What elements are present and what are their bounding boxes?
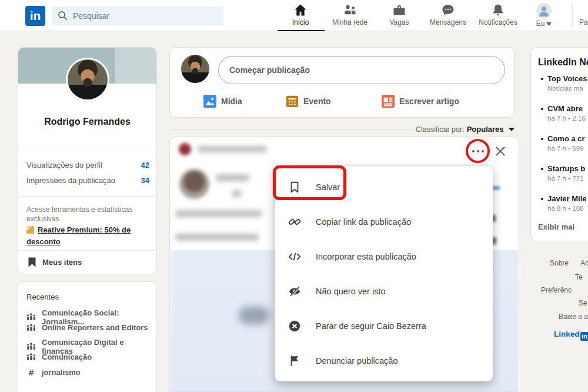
news-item[interactable]: CVM abre há 7 h • 2.16 <box>538 104 586 122</box>
group-icon <box>26 324 36 332</box>
for-business-label[interactable]: Pa <box>579 18 588 26</box>
group-icon <box>26 353 36 361</box>
jobs-icon <box>392 3 406 17</box>
premium-link[interactable]: Reative Premium: 50% de desconto <box>26 224 141 248</box>
premium-icon <box>26 226 34 234</box>
news-title: LinkedIn No <box>538 57 588 68</box>
me-avatar-icon <box>536 3 552 18</box>
search-icon <box>58 11 68 21</box>
bullet-icon <box>541 108 543 110</box>
footer-link[interactable]: Se <box>579 299 587 307</box>
news-card: LinkedIn No Top Voices Notícias ma CVM a… <box>530 47 588 241</box>
active-tab-underline <box>278 30 325 31</box>
nav-me[interactable]: Eu <box>523 3 565 28</box>
recent-item[interactable]: Online Reporters and Editors <box>26 323 148 332</box>
footer-link[interactable]: Preferênc <box>541 286 572 294</box>
nav-messaging[interactable]: Mensagens <box>423 3 473 26</box>
premium-caption-line1: Acesse ferramentas e estatísticas <box>26 205 132 214</box>
link-icon <box>288 215 301 228</box>
linkedin-logo-badge: in <box>580 332 588 341</box>
profile-card: Rodrigo Fernandes Visualizações do perfi… <box>18 47 157 274</box>
hashtag-icon: # <box>26 367 36 377</box>
news-item[interactable]: Top Voices Notícias ma <box>538 74 587 92</box>
news-item[interactable]: Javier Mile há 8 h • 108 <box>538 194 587 212</box>
bullet-icon <box>541 138 543 140</box>
media-icon <box>203 95 216 108</box>
embed-icon <box>288 250 301 263</box>
news-item[interactable]: Como a cr há 7 h • 599 <box>538 134 585 152</box>
article-icon <box>382 95 395 108</box>
recent-card: Recentes Comunicação Social: Jornalism..… <box>18 281 157 392</box>
footer-link[interactable]: Te <box>575 273 583 281</box>
feed-divider <box>171 129 413 129</box>
menu-item-unfollow[interactable]: Parar de seguir Caio Bezerra <box>275 308 493 343</box>
news-item[interactable]: Startups b há 7 h • 771 <box>538 164 585 182</box>
unfollow-icon <box>288 320 301 333</box>
event-icon <box>286 95 299 108</box>
blurred-reposter-avatar <box>179 143 191 155</box>
recent-item[interactable]: Comunicação <box>26 353 92 361</box>
recent-item[interactable]: # jornalismo <box>26 367 81 377</box>
blurred-repost-header <box>198 146 267 152</box>
footer-link[interactable]: Sobre <box>550 259 569 267</box>
blurred-fragment <box>492 187 500 190</box>
premium-caption-line2: exclusivas <box>26 215 59 223</box>
footer-link[interactable]: Baixe o a <box>559 313 588 321</box>
blurred-post-text <box>175 210 262 217</box>
flag-icon <box>288 354 301 367</box>
dismiss-post-button[interactable] <box>493 144 508 159</box>
sort-by[interactable]: Classificar por:Populares <box>416 125 514 134</box>
composer-avatar[interactable] <box>181 55 209 83</box>
home-icon <box>293 3 308 17</box>
chevron-down-icon <box>509 128 514 131</box>
start-post-button[interactable]: Começar publicação <box>218 56 505 84</box>
event-button[interactable]: Evento <box>286 95 331 108</box>
profile-avatar[interactable] <box>66 58 109 101</box>
group-icon <box>26 343 36 351</box>
bullet-icon <box>541 198 543 200</box>
blurred-author-name <box>216 174 249 181</box>
bookmark-filled-icon <box>28 257 36 267</box>
bullet-icon <box>541 168 543 170</box>
notifications-icon <box>491 3 505 17</box>
recent-title: Recentes <box>26 293 59 301</box>
post-options-menu: Salvar Copiar link da publicação Incorpo… <box>275 166 493 381</box>
network-icon <box>343 3 357 17</box>
stat-profile-views[interactable]: Visualizações do perfil 42 <box>26 161 149 170</box>
post-options-button[interactable] <box>469 142 487 161</box>
write-article-button[interactable]: Escrever artigo <box>382 95 459 108</box>
bullet-icon <box>541 78 543 80</box>
media-button[interactable]: Mídia <box>203 95 242 108</box>
search-input[interactable] <box>52 6 223 25</box>
messaging-icon <box>441 3 455 17</box>
blurred-author-meta <box>232 190 242 197</box>
menu-item-save[interactable]: Salvar <box>275 170 493 204</box>
bookmark-icon <box>288 181 301 194</box>
stat-post-impressions[interactable]: Impressões da publicação 34 <box>26 176 149 185</box>
composer-card: Começar publicação Mídia Evento Escrever… <box>169 47 514 118</box>
linkedin-logo[interactable]: in <box>25 6 45 26</box>
linkedin-footer-logo: Linkedin <box>554 330 588 341</box>
group-icon <box>26 313 36 321</box>
top-nav: in Início Minha rede Vagas Mensagens Not… <box>0 0 588 31</box>
menu-item-hide[interactable]: Não quero ver isto <box>275 274 493 308</box>
eye-off-icon <box>288 285 301 298</box>
footer-link[interactable]: Ac <box>580 259 588 267</box>
blurred-image-text <box>239 307 269 324</box>
blurred-post-text <box>175 234 259 241</box>
menu-item-report[interactable]: Denunciar publicação <box>275 343 493 378</box>
my-items-link[interactable]: Meus itens <box>28 257 82 267</box>
show-more-link[interactable]: Exibir mai <box>538 222 574 231</box>
menu-item-copy-link[interactable]: Copiar link da publicação <box>275 204 493 239</box>
nav-my-network[interactable]: Minha rede <box>325 3 375 26</box>
menu-item-embed[interactable]: Incorporar esta publicação <box>275 239 493 274</box>
nav-home[interactable]: Início <box>276 3 325 26</box>
blurred-author-avatar <box>179 169 209 199</box>
profile-name[interactable]: Rodrigo Fernandes <box>18 117 156 127</box>
nav-divider <box>572 4 573 28</box>
chevron-down-icon <box>546 22 552 26</box>
nav-notifications[interactable]: Notificações <box>473 3 523 26</box>
nav-jobs[interactable]: Vagas <box>375 3 424 26</box>
